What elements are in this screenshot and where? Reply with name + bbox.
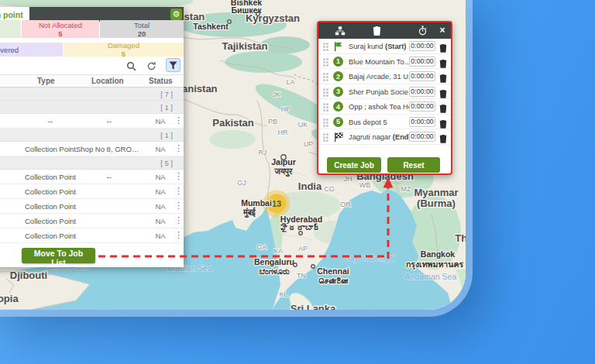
table-group-row[interactable]: [ 1 ] — [0, 129, 184, 142]
stats-row-2: Delivered Damaged 5 — [0, 43, 184, 57]
map-label: TN — [297, 272, 306, 280]
cell-status: NA — [147, 217, 174, 225]
kebab-menu-icon[interactable]: ⋮ — [174, 215, 182, 225]
city-dot — [299, 232, 302, 235]
stat-delivered[interactable]: Delivered — [0, 43, 63, 57]
stop-row[interactable]: Suraj kund (Start)0:00:00 — [318, 39, 451, 54]
stop-row[interactable]: Jagruti nagar (End)0:00:00 — [318, 129, 451, 145]
reset-button[interactable]: Reset — [387, 157, 440, 173]
table-group-row[interactable]: [ 5 ] — [0, 156, 184, 170]
map-label: JK — [273, 91, 281, 98]
group-count-badge: [ 7 ] — [160, 90, 173, 98]
table-row[interactable]: ----NA⋮ — [0, 114, 184, 129]
cell-location: -- — [76, 173, 143, 181]
stopwatch-icon[interactable] — [416, 25, 428, 36]
city-dot — [256, 12, 260, 15]
map-label: AP — [298, 245, 308, 252]
kebab-menu-icon[interactable]: ⋮ — [174, 230, 182, 240]
drag-handle-icon[interactable] — [323, 88, 325, 91]
drag-handle-icon[interactable] — [323, 43, 325, 45]
stop-number-marker: 5 — [333, 117, 343, 127]
gear-icon[interactable]: ⚙ — [170, 9, 182, 20]
trash-icon[interactable] — [370, 25, 383, 36]
stats-row-1: Not Allocated 5 Total 20 — [0, 20, 184, 38]
map-label: WB — [359, 181, 371, 189]
stop-row[interactable]: 4Opp ; ashok Tea Ho...0:00:00 — [318, 99, 451, 115]
create-job-button[interactable]: Create Job — [327, 157, 381, 173]
map-label: RJ — [259, 149, 267, 156]
map-label: กรุงเทพมหานคร — [406, 259, 463, 270]
table-group-row[interactable]: [ 1 ] — [0, 101, 184, 114]
trash-icon[interactable] — [439, 72, 447, 81]
stop-row[interactable]: 2Bajaj Arcade, 31 U...0:00:00 — [318, 69, 451, 84]
drag-handle-icon[interactable] — [323, 73, 325, 75]
stop-number-marker: 1 — [333, 57, 343, 67]
drag-handle-icon[interactable] — [323, 58, 325, 60]
table-row[interactable]: Collection PointShop No 8, GROUND FLOO..… — [0, 142, 184, 156]
trash-icon[interactable] — [439, 118, 447, 127]
stat-not-allocated[interactable]: Not Allocated 5 — [22, 20, 99, 38]
cell-type: Collection Point — [23, 202, 77, 211]
trash-icon[interactable] — [439, 57, 447, 67]
stop-time-input[interactable]: 0:00:00 — [409, 57, 435, 67]
map-label: CG — [324, 185, 335, 193]
stop-time-input[interactable]: 0:00:00 — [409, 71, 435, 81]
stop-time-input[interactable]: 0:00:00 — [409, 117, 435, 127]
sitemap-icon[interactable] — [334, 25, 346, 36]
trash-icon[interactable] — [439, 88, 447, 97]
drag-handle-icon[interactable] — [323, 133, 325, 136]
drag-handle-icon[interactable] — [323, 118, 325, 121]
close-icon[interactable]: × — [436, 25, 449, 36]
stat-total[interactable]: Total 20 — [100, 20, 184, 38]
refresh-icon[interactable] — [145, 60, 157, 72]
map-label: Chennai — [317, 266, 349, 276]
table-row[interactable]: Collection PointNA⋮ — [0, 228, 184, 243]
group-count-badge: [ 5 ] — [160, 159, 173, 167]
table-group-row[interactable]: [ 7 ] — [0, 88, 184, 101]
drag-handle-icon[interactable] — [323, 103, 325, 105]
map-label: Bangkok — [421, 249, 456, 259]
kebab-menu-icon[interactable]: ⋮ — [174, 143, 182, 153]
map-label: KA — [273, 247, 283, 255]
search-icon[interactable] — [125, 60, 137, 72]
stop-time-input[interactable]: 0:00:00 — [409, 41, 435, 51]
kebab-menu-icon[interactable]: ⋮ — [174, 115, 182, 125]
stop-number-marker: 3 — [333, 87, 343, 97]
table-row[interactable]: Collection Point--NA⋮ — [0, 170, 184, 184]
table-row[interactable]: Collection PointNA⋮ — [0, 184, 184, 199]
cell-status: NA — [147, 173, 174, 181]
move-to-job-list-button[interactable]: Move To Job List — [22, 248, 95, 263]
city-dot — [228, 20, 231, 23]
map-label: Andaman Sea — [405, 272, 457, 281]
trash-icon[interactable] — [439, 132, 447, 142]
kebab-menu-icon[interactable]: ⋮ — [174, 201, 182, 211]
map-label: Pakistan — [212, 117, 254, 129]
map-label: MZ — [401, 185, 411, 193]
stop-label: Bajaj Arcade, 31 U... — [349, 73, 409, 81]
cell-status: NA — [147, 117, 174, 125]
map-label: LA — [286, 78, 294, 86]
kebab-menu-icon[interactable]: ⋮ — [174, 171, 182, 181]
map-label: Tashkent — [193, 22, 229, 31]
table-body: [ 7 ][ 1 ]----NA⋮[ 1 ]Collection PointSh… — [0, 88, 184, 243]
stop-row[interactable]: 5Bus depot 50:00:00 — [318, 115, 451, 130]
trash-icon[interactable] — [439, 102, 447, 112]
filter-icon[interactable] — [166, 58, 181, 72]
cell-type: Collection Point — [23, 173, 77, 181]
stop-time-input[interactable]: 0:00:00 — [409, 87, 435, 97]
stat-label: Not Allocated — [39, 21, 82, 29]
map-label: GA — [256, 243, 267, 251]
stop-time-input[interactable]: 0:00:00 — [409, 132, 435, 142]
table-row[interactable]: Collection PointNA⋮ — [0, 214, 184, 228]
stop-time-input[interactable]: 0:00:00 — [409, 101, 435, 112]
stat-value: 5 — [58, 29, 62, 38]
stop-row[interactable]: 1Blue Mountain To...0:00:00 — [318, 54, 451, 70]
stat-allocated[interactable] — [0, 20, 21, 38]
stat-damaged[interactable]: Damaged 5 — [64, 43, 184, 57]
map-label: Tajikistan — [222, 40, 267, 52]
stop-row[interactable]: 3Sher Punjab Socie...0:00:00 — [318, 84, 451, 100]
kebab-menu-icon[interactable]: ⋮ — [174, 186, 182, 196]
cell-type: Collection Point — [23, 145, 77, 153]
table-row[interactable]: Collection PointNA⋮ — [0, 199, 184, 214]
trash-icon[interactable] — [439, 42, 447, 51]
